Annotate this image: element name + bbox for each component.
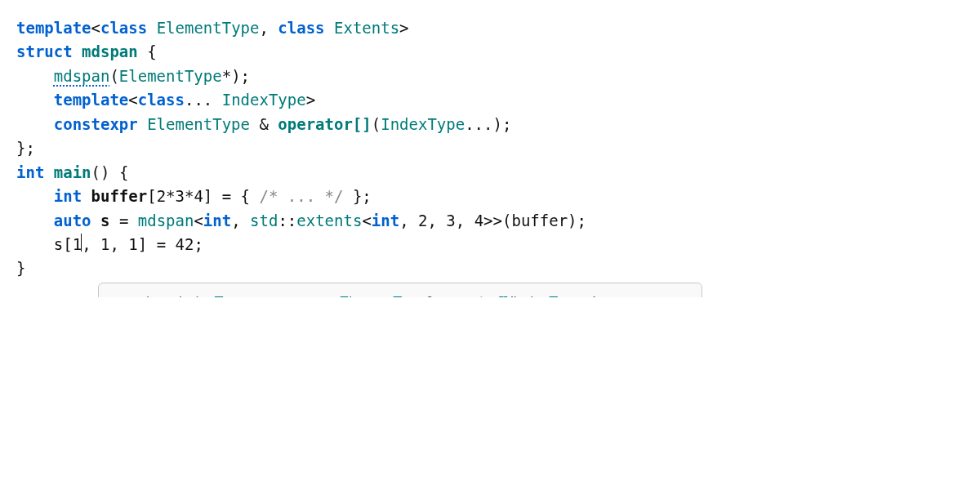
code-line-5: template<class... IndexType> bbox=[16, 88, 964, 112]
text-cursor-slot[interactable]: 1 bbox=[73, 233, 82, 256]
text-cursor bbox=[81, 234, 82, 252]
keyword-template: template bbox=[54, 91, 129, 109]
code-line-3: mdspan(ElementType*); bbox=[16, 65, 964, 88]
tooltip-keyword-template: template bbox=[114, 294, 170, 297]
code-line-13: } bbox=[16, 256, 964, 280]
operator-name: operator bbox=[278, 115, 353, 133]
struct-name: mdspan bbox=[82, 42, 138, 60]
code-line-6: constexpr ElementType & operator[](Index… bbox=[16, 113, 964, 136]
code-line-9: int main() { bbox=[16, 161, 964, 185]
code-line-2: struct mdspan { bbox=[16, 40, 964, 64]
parameter-hint-tooltip: template<IndexType...> constexpr Element… bbox=[98, 283, 702, 297]
keyword-class: class bbox=[278, 19, 324, 37]
var-buffer: buffer bbox=[91, 187, 148, 205]
type-element: ElementType bbox=[157, 19, 260, 37]
keyword-template: template bbox=[16, 19, 91, 37]
keyword-auto: auto bbox=[54, 212, 91, 229]
keyword-class: class bbox=[100, 19, 147, 37]
code-editor[interactable]: template<class ElementType, class Extent… bbox=[16, 16, 964, 281]
keyword-int: int bbox=[54, 187, 82, 205]
keyword-struct: struct bbox=[16, 42, 73, 60]
keyword-constexpr: constexpr bbox=[54, 115, 138, 133]
var-s: s bbox=[100, 212, 109, 229]
constructor-name: mdspan bbox=[54, 67, 110, 85]
code-line-12: s[1, 1, 1] = 42; bbox=[16, 233, 964, 256]
type-mdspan: mdspan bbox=[138, 212, 194, 229]
code-line-7: }; bbox=[16, 136, 964, 160]
type-index: IndexType bbox=[222, 91, 306, 109]
tooltip-operator: operator[] bbox=[439, 294, 508, 297]
comment: /* ... */ bbox=[260, 187, 344, 205]
keyword-class: class bbox=[138, 91, 185, 109]
type-extents: Extents bbox=[334, 19, 399, 37]
code-line-11: auto s = mdspan<int, std::extents<int, 2… bbox=[16, 209, 964, 233]
type-extents: extents bbox=[296, 212, 362, 229]
code-line-10: int buffer[2*3*4] = { /* ... */ }; bbox=[16, 185, 964, 208]
code-line-1: template<class ElementType, class Extent… bbox=[16, 16, 964, 40]
function-main: main bbox=[54, 163, 91, 181]
keyword-int: int bbox=[16, 163, 44, 181]
